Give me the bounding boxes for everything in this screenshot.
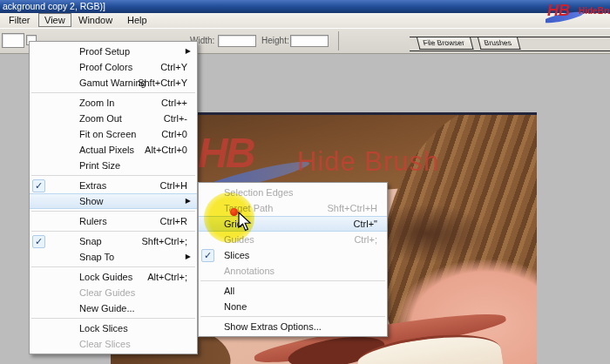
watermark-logo: HB bbox=[198, 129, 253, 177]
menu-filter[interactable]: Filter bbox=[3, 13, 35, 27]
menu-item-snap[interactable]: ✓ Snap Shft+Ctrl+; bbox=[30, 233, 197, 249]
menu-item-label: Extras bbox=[79, 180, 106, 191]
menu-item-label: None bbox=[224, 301, 247, 312]
menu-item-extras[interactable]: ✓ Extras Ctrl+H bbox=[30, 178, 197, 193]
menu-shortcut: Ctrl+- bbox=[164, 111, 187, 126]
checkmark-icon: ✓ bbox=[201, 249, 214, 262]
menu-item-label: Actual Pixels bbox=[79, 145, 134, 155]
menu-item-label: Show bbox=[79, 196, 104, 206]
view-menu: Proof Setup ▶ Proof Colors Ctrl+Y Gamut … bbox=[29, 41, 198, 354]
tool-option-input[interactable] bbox=[2, 33, 24, 48]
submenu-item-annotations: Annotations bbox=[199, 263, 387, 279]
menu-item-label: Lock Slices bbox=[79, 323, 128, 334]
menu-shortcut: Ctrl+" bbox=[354, 217, 377, 231]
menu-item-zoom-in[interactable]: Zoom In Ctrl++ bbox=[30, 95, 197, 111]
menu-item-label: Proof Setup bbox=[79, 46, 130, 57]
submenu-item-all[interactable]: All bbox=[199, 283, 387, 299]
menu-item-lock-guides[interactable]: Lock Guides Alt+Ctrl+; bbox=[30, 269, 197, 285]
menu-item-clear-slices: Clear Slices bbox=[30, 336, 197, 352]
palette-well: File Browser Brushes bbox=[410, 37, 610, 51]
menu-item-gamut-warning[interactable]: Gamut Warning Shft+Ctrl+Y bbox=[30, 75, 197, 91]
menu-shortcut: Ctrl+R bbox=[160, 213, 187, 229]
menu-item-fit-on-screen[interactable]: Fit on Screen Ctrl+0 bbox=[30, 126, 197, 142]
menu-shortcut: Alt+Ctrl+0 bbox=[145, 142, 187, 158]
checkmark-icon: ✓ bbox=[32, 235, 45, 248]
menu-bar: Filter View Window Help bbox=[0, 13, 610, 28]
submenu-arrow-icon: ▶ bbox=[186, 194, 191, 208]
height-input[interactable] bbox=[290, 35, 329, 47]
menu-item-new-guide[interactable]: New Guide... bbox=[30, 300, 197, 316]
menu-separator bbox=[31, 231, 195, 232]
menu-item-label: Snap To bbox=[79, 252, 114, 262]
menu-window[interactable]: Window bbox=[73, 13, 118, 27]
menu-separator bbox=[200, 316, 385, 317]
watermark-text: Hide Brush bbox=[297, 146, 439, 178]
menu-separator bbox=[31, 211, 195, 212]
menu-separator bbox=[31, 266, 195, 267]
menu-item-lock-slices[interactable]: Lock Slices bbox=[30, 320, 197, 336]
menu-shortcut: Shft+Ctrl+H bbox=[328, 200, 377, 216]
menu-item-zoom-out[interactable]: Zoom Out Ctrl+- bbox=[30, 111, 197, 126]
menu-item-proof-colors[interactable]: Proof Colors Ctrl+Y bbox=[30, 59, 197, 75]
menu-shortcut: Ctrl+H bbox=[160, 178, 187, 193]
menu-separator bbox=[31, 318, 195, 319]
menu-shortcut: Ctrl+0 bbox=[161, 126, 187, 142]
brand-logo-text: HideBrush bbox=[579, 6, 610, 16]
menu-item-label: Clear Guides bbox=[79, 287, 135, 298]
menu-help[interactable]: Help bbox=[122, 13, 152, 27]
menu-item-snap-to[interactable]: Snap To ▶ bbox=[30, 249, 197, 265]
menu-separator bbox=[31, 92, 195, 93]
brand-logo-letters: HB bbox=[547, 2, 570, 20]
tab-brushes[interactable]: Brushes bbox=[478, 37, 521, 50]
menu-item-label: Show Extras Options... bbox=[224, 321, 322, 332]
width-input[interactable] bbox=[218, 35, 256, 47]
menu-item-clear-guides: Clear Guides bbox=[30, 285, 197, 300]
checkmark-icon: ✓ bbox=[32, 179, 45, 192]
click-point-dot bbox=[230, 208, 238, 216]
menu-item-label: Annotations bbox=[224, 266, 274, 276]
tab-file-browser[interactable]: File Browser bbox=[417, 37, 474, 50]
height-label: Height: bbox=[261, 36, 289, 45]
submenu-item-show-extras-options[interactable]: Show Extras Options... bbox=[199, 319, 387, 334]
menu-item-label: Clear Slices bbox=[79, 339, 131, 349]
menu-item-show[interactable]: Show ▶ bbox=[30, 193, 197, 209]
window-title: ackground copy 2, RGB)] bbox=[3, 1, 105, 11]
photoshop-window: ackground copy 2, RGB)] Filter View Wind… bbox=[0, 0, 610, 364]
menu-item-label: Fit on Screen bbox=[79, 129, 136, 139]
menu-item-print-size[interactable]: Print Size bbox=[30, 158, 197, 173]
menu-item-label: Slices bbox=[224, 250, 249, 260]
menu-item-label: Zoom Out bbox=[79, 113, 122, 124]
menu-item-label: Proof Colors bbox=[79, 62, 132, 72]
menu-item-rulers[interactable]: Rulers Ctrl+R bbox=[30, 213, 197, 229]
submenu-arrow-icon: ▶ bbox=[186, 249, 191, 265]
menu-item-label: Print Size bbox=[79, 160, 120, 171]
menu-item-label: Lock Guides bbox=[79, 272, 132, 282]
title-bar[interactable]: ackground copy 2, RGB)] bbox=[0, 0, 610, 13]
submenu-arrow-icon: ▶ bbox=[186, 44, 191, 59]
menu-item-label: Gamut Warning bbox=[79, 78, 146, 88]
menu-item-label: Rulers bbox=[79, 216, 107, 226]
brand-logo: HB HideBrush bbox=[546, 1, 610, 29]
mouse-cursor-icon bbox=[237, 212, 253, 233]
menu-item-label: Snap bbox=[79, 236, 102, 246]
submenu-item-none[interactable]: None bbox=[199, 299, 387, 314]
menu-separator bbox=[31, 175, 195, 176]
menu-item-label: All bbox=[224, 286, 234, 296]
menu-shortcut: Ctrl+; bbox=[354, 232, 377, 247]
menu-item-actual-pixels[interactable]: Actual Pixels Alt+Ctrl+0 bbox=[30, 142, 197, 158]
menu-view[interactable]: View bbox=[38, 13, 71, 27]
menu-separator bbox=[200, 280, 385, 281]
menu-shortcut: Shft+Ctrl+Y bbox=[138, 75, 187, 91]
menu-shortcut: Ctrl+Y bbox=[160, 59, 187, 75]
menu-item-proof-setup[interactable]: Proof Setup ▶ bbox=[30, 44, 197, 59]
menu-item-label: New Guide... bbox=[79, 303, 135, 313]
submenu-item-slices[interactable]: ✓ Slices bbox=[199, 247, 387, 263]
menu-item-label: Zoom In bbox=[79, 98, 114, 108]
menu-shortcut: Shft+Ctrl+; bbox=[141, 233, 187, 249]
options-divider bbox=[338, 31, 339, 51]
menu-shortcut: Ctrl++ bbox=[161, 95, 187, 111]
menu-shortcut: Alt+Ctrl+; bbox=[147, 269, 187, 285]
